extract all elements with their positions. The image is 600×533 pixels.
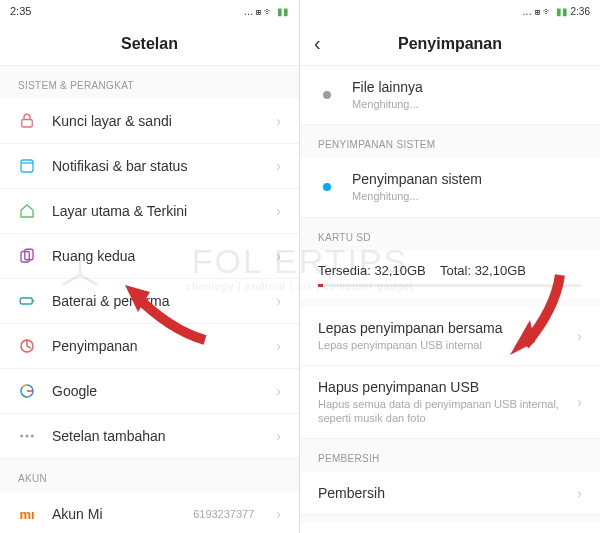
dot-icon (318, 178, 336, 196)
svg-rect-4 (20, 298, 32, 304)
chevron-right-icon: › (276, 158, 281, 174)
mi-icon: mı (18, 505, 36, 523)
chevron-right-icon: › (276, 383, 281, 399)
row-erase-usb-storage[interactable]: Hapus penyimpanan USB Hapus semua data d… (300, 366, 600, 440)
chevron-right-icon: › (276, 506, 281, 522)
row-label: Setelan tambahan (52, 428, 260, 444)
sd-available: 32,10GB (374, 263, 425, 278)
notification-icon (18, 157, 36, 175)
sd-total: 32,10GB (475, 263, 526, 278)
lock-icon (18, 112, 36, 130)
battery-icon (18, 292, 36, 310)
home-icon (18, 202, 36, 220)
row-label: Penyimpanan sistem (352, 171, 582, 187)
status-icons: … ⊞ ᯤ ▮▮ 2:36 (522, 6, 590, 17)
storage-bar (318, 284, 582, 287)
row-cleaner[interactable]: Pembersih › (300, 472, 600, 515)
row-mi-account[interactable]: mı Akun Mi 6193237377 › (0, 492, 299, 533)
row-label: Lepas penyimpanan bersama (318, 320, 561, 336)
more-icon (18, 427, 36, 445)
header-left: Setelan (0, 22, 299, 66)
row-battery[interactable]: Baterai & performa › (0, 279, 299, 324)
svg-point-8 (26, 435, 29, 438)
row-label: Akun Mi (52, 506, 177, 522)
row-label: Google (52, 383, 260, 399)
svg-rect-0 (22, 120, 33, 128)
chevron-right-icon: › (276, 338, 281, 354)
row-notifications[interactable]: Notifikasi & bar status › (0, 144, 299, 189)
row-sublabel: Menghitung... (352, 97, 582, 111)
row-system-storage[interactable]: Penyimpanan sistem Menghitung... (300, 158, 600, 217)
chevron-right-icon: › (577, 394, 582, 410)
chevron-right-icon: › (276, 113, 281, 129)
google-icon (18, 382, 36, 400)
row-storage[interactable]: Penyimpanan › (0, 324, 299, 369)
row-other-files[interactable]: File lainnya Menghitung... (300, 66, 600, 125)
row-home-screen[interactable]: Layar utama & Terkini › (0, 189, 299, 234)
row-label: Hapus penyimpanan USB (318, 379, 561, 395)
section-header-system-storage: PENYIMPANAN SISTEM (300, 125, 600, 158)
status-bar-left: 2:35 … ⊞ ᯤ ▮▮ (0, 0, 299, 22)
phone-storage: … ⊞ ᯤ ▮▮ 2:36 ‹ Penyimpanan File lainnya… (300, 0, 600, 533)
row-label: Layar utama & Terkini (52, 203, 260, 219)
chevron-right-icon: › (276, 203, 281, 219)
phone-settings: 2:35 … ⊞ ᯤ ▮▮ Setelan SISTEM & PERANGKAT… (0, 0, 300, 533)
chevron-right-icon: › (276, 428, 281, 444)
sd-summary: Tersedia: 32,10GB Total: 32,10GB (300, 251, 600, 299)
status-time: 2:35 (10, 5, 31, 17)
storage-icon (18, 337, 36, 355)
chevron-right-icon: › (276, 248, 281, 264)
section-header-account: AKUN (0, 459, 299, 492)
page-title: Penyimpanan (398, 35, 502, 53)
row-label: File lainnya (352, 79, 582, 95)
header-right: ‹ Penyimpanan (300, 22, 600, 66)
section-header-cleaner: PEMBERSIH (300, 439, 600, 472)
row-sublabel: Menghitung... (352, 189, 582, 203)
row-label: Ruang kedua (52, 248, 260, 264)
account-id: 6193237377 (193, 508, 254, 520)
row-storage-settings[interactable]: Setelan penyimpanan Pilih tempat simpan … (300, 523, 600, 533)
dot-icon (318, 86, 336, 104)
row-second-space[interactable]: Ruang kedua › (0, 234, 299, 279)
section-header-sd-card: KARTU SD (300, 218, 600, 251)
row-label: Baterai & performa (52, 293, 260, 309)
status-icons: … ⊞ ᯤ ▮▮ (243, 6, 289, 17)
svg-point-9 (31, 435, 34, 438)
chevron-right-icon: › (577, 485, 582, 501)
status-bar-right: … ⊞ ᯤ ▮▮ 2:36 (300, 0, 600, 22)
svg-point-7 (20, 435, 23, 438)
row-label: Kunci layar & sandi (52, 113, 260, 129)
second-space-icon (18, 247, 36, 265)
settings-list[interactable]: SISTEM & PERANGKAT Kunci layar & sandi ›… (0, 66, 299, 533)
row-sublabel: Hapus semua data di penyimpanan USB inte… (318, 397, 561, 426)
row-label: Pembersih (318, 485, 561, 501)
chevron-right-icon: › (577, 328, 582, 344)
row-label: Penyimpanan (52, 338, 260, 354)
row-lock-screen[interactable]: Kunci layar & sandi › (0, 99, 299, 144)
row-additional-settings[interactable]: Setelan tambahan › (0, 414, 299, 459)
chevron-right-icon: › (276, 293, 281, 309)
page-title: Setelan (121, 35, 178, 53)
row-sublabel: Lepas penyimpanan USB internal (318, 338, 561, 352)
row-google[interactable]: Google › (0, 369, 299, 414)
storage-list[interactable]: File lainnya Menghitung... PENYIMPANAN S… (300, 66, 600, 533)
row-label: Notifikasi & bar status (52, 158, 260, 174)
back-button[interactable]: ‹ (314, 32, 321, 55)
section-header-system: SISTEM & PERANGKAT (0, 66, 299, 99)
row-unmount-storage[interactable]: Lepas penyimpanan bersama Lepas penyimpa… (300, 307, 600, 366)
svg-rect-1 (21, 160, 33, 172)
